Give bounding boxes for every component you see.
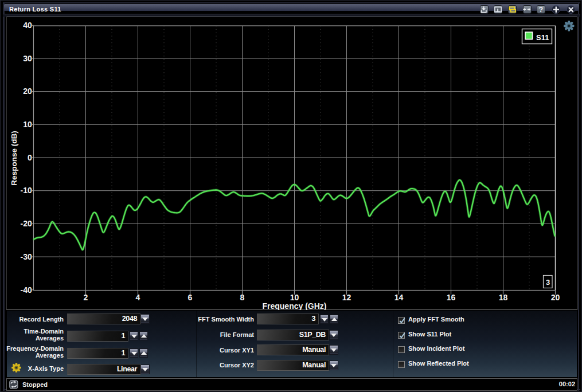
svg-text:10: 10 — [23, 120, 32, 129]
svg-text:-10: -10 — [21, 186, 32, 195]
svg-text:10: 10 — [290, 293, 299, 302]
svg-text:30: 30 — [23, 54, 32, 63]
svg-text:?: ? — [538, 6, 543, 14]
svg-text:2: 2 — [84, 293, 88, 302]
svg-text:4: 4 — [136, 293, 140, 302]
svg-text:6: 6 — [188, 293, 193, 302]
svg-text:Response (dB): Response (dB) — [10, 131, 18, 185]
svg-text:18: 18 — [499, 293, 508, 302]
svg-text:16: 16 — [447, 293, 456, 302]
svg-text:20: 20 — [23, 87, 32, 96]
svg-text:0: 0 — [28, 153, 32, 162]
svg-text:14: 14 — [394, 293, 404, 302]
svg-text:-30: -30 — [21, 252, 32, 261]
svg-text:3: 3 — [546, 278, 550, 287]
svg-text:Frequency (GHz): Frequency (GHz) — [262, 301, 326, 310]
svg-text:40: 40 — [23, 21, 32, 30]
svg-text:S11: S11 — [536, 33, 549, 42]
svg-text:-20: -20 — [21, 219, 32, 228]
svg-text:20: 20 — [551, 293, 560, 302]
svg-text:12: 12 — [342, 293, 351, 302]
svg-text:8: 8 — [240, 293, 245, 302]
svg-text:-40: -40 — [21, 285, 32, 295]
